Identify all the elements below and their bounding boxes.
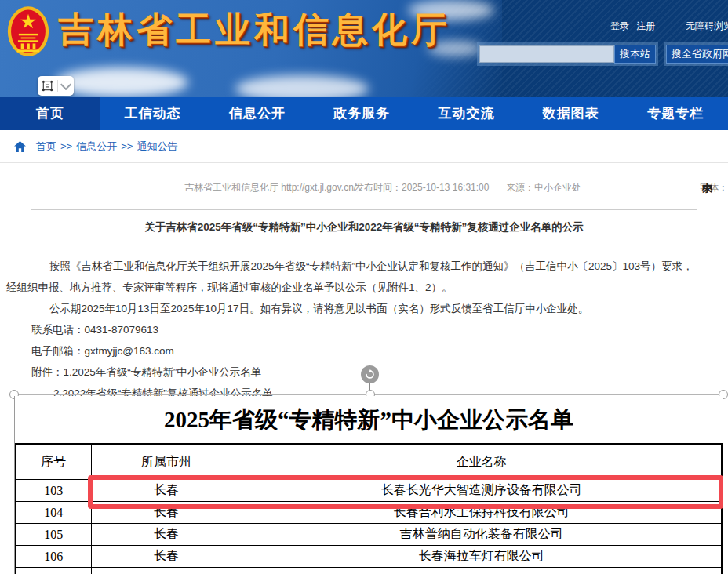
national-emblem-icon <box>6 4 50 64</box>
table-header-row: 序号 所属市州 企业名称 <box>16 444 722 480</box>
search-gov-button[interactable]: 搜全省政府网站 <box>666 45 728 64</box>
nav-tab-special-topics[interactable]: 专题专栏 <box>623 97 727 130</box>
cell-company: 吉林普纳自动化装备有限公司 <box>242 524 722 546</box>
nav-tab-info-disclosure[interactable]: 信息公开 <box>205 97 309 130</box>
table-title: 2025年省级“专精特新”中小企业公示名单 <box>15 396 723 443</box>
meta-publish-time: 发布时间：2025-10-13 16:31:00 <box>355 181 489 194</box>
attachment-link-1[interactable]: 附件：1.2025年省级“专精特新”中小企业公示名单 <box>6 361 700 383</box>
nav-tab-interaction[interactable]: 互动交流 <box>414 97 519 130</box>
login-link[interactable]: 登录 <box>610 20 629 31</box>
nav-tab-home[interactable]: 首页 <box>0 97 100 130</box>
article-title: 关于吉林省2025年省级“专精特新”中小企业和2022年省级“专精特新”复核通过… <box>0 220 728 234</box>
cell-empty <box>91 568 242 574</box>
cell-no: 103 <box>16 480 91 502</box>
element-selector-icon <box>42 80 53 92</box>
cloud-decoration <box>235 75 369 97</box>
cell-company: 长春长光华大智造测序设备有限公司 <box>242 480 722 502</box>
table-row: 104长春长春合利水土保持科技有限公司 <box>16 502 722 524</box>
cell-city: 长春 <box>91 480 242 502</box>
rotate-handle-icon[interactable] <box>361 365 379 383</box>
meta-source-site: 吉林省工业和信息化厅 http://gxt.jl.gov.cn/ <box>184 181 356 194</box>
cell-company: 长春合利水土保持科技有限公司 <box>242 502 722 524</box>
table-row: 103长春长春长光华大智造测序设备有限公司 <box>16 480 722 502</box>
company-list-table: 序号 所属市州 企业名称 103长春长春长光华大智造测序设备有限公司104长春长… <box>15 443 723 574</box>
screenshot-tool-widget[interactable] <box>38 76 74 96</box>
breadcrumb-separator: >> <box>121 140 133 152</box>
search-frame: 搜本站 <box>477 42 658 66</box>
cell-company: 长春海拉车灯有限公司 <box>242 546 722 568</box>
nav-tab-news[interactable]: 工信动态 <box>100 97 205 130</box>
nav-tab-data-charts[interactable]: 数据图表 <box>519 97 623 130</box>
register-link[interactable]: 注册 <box>636 20 655 31</box>
article-body: 按照《吉林省工业和信息化厅关于组织开展2025年省级“专精特新”中小企业认定和复… <box>6 256 700 404</box>
home-icon <box>14 141 26 152</box>
contact-email: 电子邮箱：gxtmyjjc@163.com <box>6 340 700 361</box>
meta-divider <box>31 209 697 210</box>
cell-no: 105 <box>16 524 91 546</box>
column-header-no: 序号 <box>16 444 91 480</box>
cell-city: 长春 <box>91 524 242 546</box>
cell-city: 长春 <box>91 502 242 524</box>
article-paragraph: 按照《吉林省工业和信息化厅关于组织开展2025年省级“专精特新”中小企业认定和复… <box>6 256 700 298</box>
table-row: 106长春长春海拉车灯有限公司 <box>16 546 722 568</box>
table-row-partial <box>16 568 722 574</box>
search-gov-frame: 搜全省政府网站 <box>664 42 728 66</box>
breadcrumb-separator: >> <box>60 140 72 152</box>
search-input[interactable] <box>479 45 614 63</box>
accessibility-link[interactable]: 无障碍浏览 <box>686 20 728 31</box>
site-title: 吉林省工业和信息化厅 <box>58 6 450 53</box>
meta-origin: 来源：中小企业处 <box>506 181 581 194</box>
nav-tab-services[interactable]: 政务服务 <box>310 97 414 130</box>
article-meta: 吉林省工业和信息化厅 http://gxt.jl.gov.cn/ 发布时间：20… <box>0 181 728 195</box>
announcement-table-image[interactable]: 2025年省级“专精特新”中小企业公示名单 序号 所属市州 企业名称 103长春… <box>14 396 723 574</box>
browser-page: 吉林省工业和信息化厅 登录 注册 无障碍浏览 搜本站 搜全省政府网站 <box>0 0 728 574</box>
column-header-city: 所属市州 <box>91 444 242 480</box>
table-body: 103长春长春长光华大智造测序设备有限公司104长春长春合利水土保持科技有限公司… <box>16 480 722 574</box>
cloud-decoration <box>55 67 188 97</box>
font-size-small[interactable]: 小 <box>702 181 712 195</box>
breadcrumb-home[interactable]: 首页 <box>36 140 56 154</box>
article-paragraph: 公示期2025年10月13日至2025年10月17日。如有异议，请将意见以书面（… <box>6 298 700 319</box>
table-row: 105长春吉林普纳自动化装备有限公司 <box>16 524 722 546</box>
search-bar: 搜本站 搜全省政府网站 <box>477 42 728 66</box>
breadcrumb-section[interactable]: 信息公开 <box>76 140 117 154</box>
site-header: 吉林省工业和信息化厅 登录 注册 无障碍浏览 搜本站 搜全省政府网站 <box>0 0 728 97</box>
cell-empty <box>242 568 722 574</box>
top-utility-links: 登录 注册 无障碍浏览 <box>606 20 728 33</box>
cell-empty <box>16 568 91 574</box>
breadcrumb-page[interactable]: 通知公告 <box>136 140 177 154</box>
chevron-down-icon[interactable] <box>60 78 71 89</box>
contact-phone: 联系电话：0431-87079613 <box>6 319 700 340</box>
main-nav: 首页 工信动态 信息公开 政务服务 互动交流 数据图表 专题专栏 <box>0 97 728 130</box>
cell-no: 104 <box>16 502 91 524</box>
cell-no: 106 <box>16 546 91 568</box>
cell-city: 长春 <box>91 546 242 568</box>
search-site-button[interactable]: 搜本站 <box>614 45 656 64</box>
column-header-company: 企业名称 <box>242 444 722 480</box>
breadcrumb: 首页 >> 信息公开 >> 通知公告 <box>0 130 728 163</box>
